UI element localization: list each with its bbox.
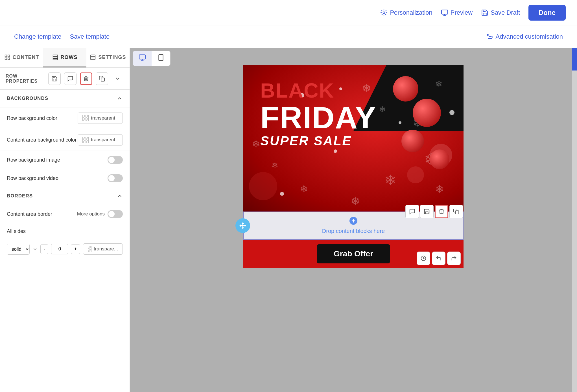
svg-rect-13 [53, 57, 58, 58]
svg-rect-22 [159, 54, 163, 61]
border-color-button[interactable]: transpare... [83, 243, 123, 255]
row-background-video-row: Row background video [0, 169, 130, 187]
row-background-image-label: Row background image [7, 157, 60, 163]
row-background-color-value: transparent [91, 115, 115, 121]
delete-row-button[interactable] [80, 72, 92, 85]
save-draft-label: Save Draft [491, 9, 520, 16]
scrollbar[interactable] [572, 48, 577, 392]
svg-rect-8 [5, 55, 6, 57]
borders-label: BORDERS [7, 193, 33, 199]
comment-row-button[interactable] [64, 72, 77, 85]
svg-rect-15 [91, 55, 95, 60]
right-area: ❄ ❄ ❄ ❄ ❄ ❄ ❄ ❄ ❄ ❄ ❄ [130, 48, 577, 392]
svg-rect-18 [101, 78, 104, 81]
border-color-value: transpare... [94, 246, 118, 252]
redo-button[interactable] [447, 252, 461, 265]
save-template-link[interactable]: Save template [70, 33, 110, 40]
move-row-button[interactable] [235, 218, 250, 233]
template-bar: Change template Save template Advanced c… [0, 25, 577, 48]
grab-offer-row: Grab Offer [243, 240, 464, 268]
border-controls-row: solid - + transpare... [0, 239, 130, 259]
svg-rect-14 [53, 59, 58, 60]
row-expand-button[interactable] [112, 72, 124, 85]
done-button[interactable]: Done [528, 5, 566, 21]
row-background-image-toggle[interactable] [108, 156, 123, 164]
scrollbar-thumb[interactable] [572, 48, 577, 71]
dropzone-save-button[interactable] [420, 205, 434, 218]
border-style-select[interactable]: solid [7, 244, 30, 255]
save-row-button[interactable] [48, 72, 61, 85]
content-area-border-row: Content area border More options [0, 205, 130, 223]
all-sides-label: All sides [7, 228, 26, 234]
borders-section-header[interactable]: BORDERS [0, 187, 130, 205]
top-bar: Personalization Preview Save Draft Done [0, 0, 577, 25]
email-canvas: ❄ ❄ ❄ ❄ ❄ ❄ ❄ ❄ ❄ ❄ ❄ [243, 65, 464, 268]
advanced-customisation-link[interactable]: Advanced customisation [487, 33, 563, 40]
panel-content: BACKGROUNDS Row background color transpa… [0, 90, 130, 392]
hero-text-block: BLACK FRIDAY SUPER SALE [260, 79, 376, 148]
row-background-video-toggle[interactable] [108, 174, 123, 182]
more-options-label: More options [77, 211, 105, 217]
border-width-increase-button[interactable]: + [71, 244, 80, 254]
svg-rect-11 [8, 58, 9, 60]
personalization-button[interactable]: Personalization [380, 9, 432, 16]
content-area-background-color-button[interactable]: transparent [78, 134, 123, 146]
left-panel: CONTENT ROWS SETTINGS ROW PROPERTIES [0, 48, 130, 392]
change-template-link[interactable]: Change template [14, 33, 62, 40]
svg-point-6 [487, 34, 488, 36]
dropzone-delete-button[interactable] [435, 205, 448, 218]
content-area-background-color-row: Content area background color transparen… [0, 129, 130, 151]
tab-settings[interactable]: SETTINGS [86, 48, 130, 67]
svg-rect-1 [442, 10, 448, 14]
dropzone-content[interactable]: Drop content blocks here [322, 217, 385, 234]
content-area-background-color-value: transparent [91, 137, 115, 143]
border-width-input[interactable] [51, 244, 68, 254]
mobile-view-button[interactable] [152, 51, 170, 66]
content-area-border-label: Content area border [7, 211, 52, 217]
preview-button[interactable]: Preview [441, 9, 473, 16]
grab-offer-button[interactable]: Grab Offer [317, 244, 390, 263]
backgrounds-label: BACKGROUNDS [7, 96, 48, 101]
hero-super-sale-label: SUPER SALE [260, 133, 376, 148]
row-background-color-row: Row background color transparent [0, 107, 130, 129]
main-area: CONTENT ROWS SETTINGS ROW PROPERTIES [0, 48, 577, 392]
row-background-color-swatch [82, 115, 89, 121]
border-color-swatch [88, 246, 91, 252]
svg-point-7 [492, 36, 493, 37]
row-background-video-label: Row background video [7, 175, 58, 181]
borders-section: BORDERS Content area border More options… [0, 187, 130, 259]
content-area-background-color-label: Content area background color [7, 137, 77, 143]
row-background-image-row: Row background image [0, 151, 130, 169]
svg-point-0 [383, 12, 385, 14]
tabs-bar: CONTENT ROWS SETTINGS [0, 48, 130, 68]
row-background-color-button[interactable]: transparent [78, 113, 123, 124]
dropzone-comment-button[interactable] [405, 205, 419, 218]
hero-friday-label: FRIDAY [260, 102, 376, 133]
duplicate-row-button[interactable] [96, 72, 108, 85]
border-width-decrease-button[interactable]: - [40, 244, 48, 254]
device-switcher [133, 51, 171, 66]
dropzone-duplicate-button[interactable] [449, 205, 463, 218]
row-properties-bar: ROW PROPERTIES [0, 68, 130, 90]
dropzone-plus-icon [322, 217, 385, 227]
save-draft-button[interactable]: Save Draft [481, 9, 520, 16]
hero-black-label: BLACK [260, 79, 376, 102]
desktop-view-button[interactable] [133, 51, 152, 66]
backgrounds-section-header[interactable]: BACKGROUNDS [0, 90, 130, 107]
personalization-label: Personalization [390, 9, 432, 16]
tab-settings-label: SETTINGS [98, 54, 126, 60]
preview-label: Preview [451, 9, 473, 16]
template-links: Change template Save template [14, 33, 110, 40]
all-sides-label-row: All sides [0, 223, 130, 239]
history-button[interactable] [417, 252, 430, 265]
undo-button[interactable] [432, 252, 445, 265]
tab-rows[interactable]: ROWS [43, 48, 86, 67]
dropzone-row: Drop content blocks here [243, 212, 464, 240]
row-background-color-label: Row background color [7, 115, 57, 121]
content-area-border-toggle[interactable] [108, 210, 123, 218]
history-controls [417, 252, 461, 265]
row-properties-label: ROW PROPERTIES [6, 74, 45, 84]
svg-rect-26 [455, 211, 459, 214]
tab-content[interactable]: CONTENT [0, 48, 43, 67]
tab-content-label: CONTENT [13, 54, 39, 60]
